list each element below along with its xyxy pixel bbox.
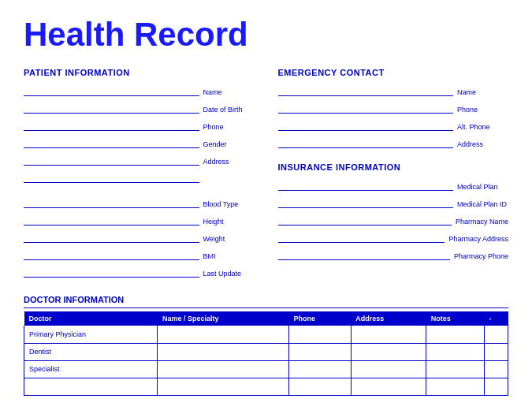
insurance-section-title: INSURANCE INFORMATION xyxy=(278,162,509,172)
patient-gender-label: Gender xyxy=(203,140,255,148)
patient-phone-line[interactable] xyxy=(24,118,199,131)
row-empty-2[interactable] xyxy=(158,378,288,395)
last-update-row: Last Update xyxy=(24,265,255,278)
patient-gender-line[interactable] xyxy=(24,136,199,148)
row-primary-phone[interactable] xyxy=(288,326,351,343)
emergency-phone-label: Phone xyxy=(457,106,508,114)
doctor-table-header: Doctor Name / Specialty Phone Address No… xyxy=(24,311,508,326)
patient-dob-row: Date of Birth xyxy=(24,101,255,114)
row-empty-4[interactable] xyxy=(351,378,426,395)
medical-plan-id-label: Medical Plan ID xyxy=(457,200,508,208)
patient-phone-row: Phone xyxy=(24,118,255,131)
col-notes: Notes xyxy=(426,311,485,326)
row-empty-1[interactable] xyxy=(24,378,158,395)
last-update-line[interactable] xyxy=(24,265,199,278)
row-specialist-phone[interactable] xyxy=(288,360,351,378)
medical-plan-id-line[interactable] xyxy=(278,196,454,208)
doctor-section-title: DOCTOR INFORMATION xyxy=(24,295,508,304)
medical-plan-label: Medical Plan xyxy=(457,183,508,191)
height-label: Height xyxy=(203,218,255,226)
col-address: Address xyxy=(351,311,426,326)
pharmacy-name-line[interactable] xyxy=(278,213,452,226)
patient-address-label: Address xyxy=(203,158,255,166)
emergency-name-label: Name xyxy=(457,88,508,96)
row-dentist-address[interactable] xyxy=(351,343,426,360)
row-empty-5[interactable] xyxy=(426,378,485,395)
patient-address-row2 xyxy=(24,170,255,183)
patient-phone-label: Phone xyxy=(203,123,255,131)
weight-label: Weight xyxy=(203,235,255,243)
row-specialist-extra[interactable] xyxy=(485,360,508,378)
row-dentist-notes[interactable] xyxy=(426,343,485,360)
blood-type-label: Blood Type xyxy=(203,200,255,208)
table-row: Specialist xyxy=(24,360,508,378)
pharmacy-address-row: Pharmacy Address xyxy=(278,230,509,243)
patient-address-row1: Address xyxy=(24,153,255,166)
patient-dob-line[interactable] xyxy=(24,101,199,114)
pharmacy-name-row: Pharmacy Name xyxy=(278,213,509,226)
page-title: Health Record xyxy=(24,16,508,54)
pharmacy-phone-row: Pharmacy Phone xyxy=(278,248,509,260)
blood-type-row: Blood Type xyxy=(24,196,255,208)
row-dentist-phone[interactable] xyxy=(288,343,351,360)
bmi-label: BMI xyxy=(203,252,255,260)
emergency-alt-phone-row: Alt. Phone xyxy=(278,118,509,131)
row-primary-physician: Primary Physician xyxy=(24,326,158,343)
patient-name-row: Name xyxy=(24,84,255,96)
col-phone: Phone xyxy=(288,311,351,326)
patient-dob-label: Date of Birth xyxy=(203,106,255,114)
doctor-divider xyxy=(24,308,508,308)
emergency-name-line[interactable] xyxy=(278,84,454,96)
pharmacy-address-label: Pharmacy Address xyxy=(448,235,508,243)
weight-line[interactable] xyxy=(24,230,199,243)
doctor-section: DOCTOR INFORMATION Doctor Name / Special… xyxy=(24,295,508,396)
col-extra: - xyxy=(485,311,508,326)
patient-gender-row: Gender xyxy=(24,136,255,148)
patient-name-label: Name xyxy=(203,88,255,96)
blood-type-line[interactable] xyxy=(24,196,199,208)
row-specialist-specialty[interactable] xyxy=(158,360,288,378)
emergency-address-row: Address xyxy=(278,136,509,148)
row-primary-specialty[interactable] xyxy=(158,326,288,343)
pharmacy-phone-label: Pharmacy Phone xyxy=(454,252,508,260)
table-row: Dentist xyxy=(24,343,508,360)
emergency-phone-line[interactable] xyxy=(278,101,454,114)
row-primary-notes[interactable] xyxy=(426,326,485,343)
patient-address-line2[interactable] xyxy=(24,170,199,183)
height-line[interactable] xyxy=(24,213,199,226)
medical-plan-id-row: Medical Plan ID xyxy=(278,196,509,208)
col-doctor: Doctor xyxy=(24,311,158,326)
doctor-table: Doctor Name / Specialty Phone Address No… xyxy=(24,311,508,396)
bmi-row: BMI xyxy=(24,248,255,260)
patient-address-line1[interactable] xyxy=(24,153,199,166)
medical-plan-line[interactable] xyxy=(278,178,454,191)
row-empty-3[interactable] xyxy=(288,378,351,395)
height-row: Height xyxy=(24,213,255,226)
bmi-line[interactable] xyxy=(24,248,199,260)
row-primary-address[interactable] xyxy=(351,326,426,343)
row-specialist-address[interactable] xyxy=(351,360,426,378)
row-empty-6[interactable] xyxy=(485,378,508,395)
row-dentist: Dentist xyxy=(24,343,158,360)
medical-plan-row: Medical Plan xyxy=(278,178,509,191)
row-dentist-extra[interactable] xyxy=(485,343,508,360)
emergency-address-line[interactable] xyxy=(278,136,454,148)
table-row xyxy=(24,378,508,395)
emergency-section-title: EMERGENCY CONTACT xyxy=(278,68,509,77)
row-specialist: Specialist xyxy=(24,360,158,378)
row-primary-extra[interactable] xyxy=(485,326,508,343)
emergency-phone-row: Phone xyxy=(278,101,509,114)
col-name-specialty: Name / Specialty xyxy=(158,311,288,326)
table-row: Primary Physician xyxy=(24,326,508,343)
pharmacy-phone-line[interactable] xyxy=(278,248,450,260)
row-dentist-specialty[interactable] xyxy=(158,343,288,360)
emergency-alt-phone-line[interactable] xyxy=(278,118,454,131)
emergency-name-row: Name xyxy=(278,84,509,96)
emergency-alt-phone-label: Alt. Phone xyxy=(457,123,508,131)
row-specialist-notes[interactable] xyxy=(426,360,485,378)
last-update-label: Last Update xyxy=(203,270,255,278)
emergency-address-label: Address xyxy=(457,140,508,148)
pharmacy-address-line[interactable] xyxy=(278,230,445,243)
patient-section-title: PATIENT INFORMATION xyxy=(24,68,255,77)
patient-name-line[interactable] xyxy=(24,84,199,96)
